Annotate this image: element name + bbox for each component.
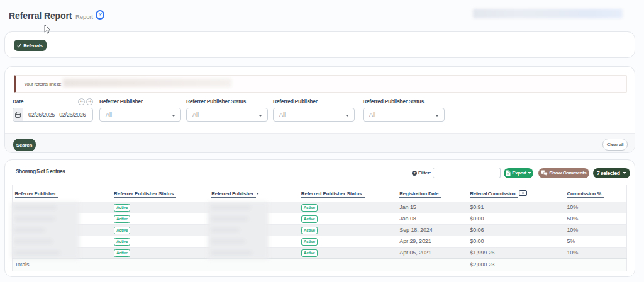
totals-empty-cell xyxy=(209,258,299,271)
date-nav-arrows: ← → xyxy=(78,98,93,105)
column-header-label[interactable]: Referred Publisher Status xyxy=(301,191,365,198)
referrer-publisher-status-select-value: All xyxy=(192,111,199,118)
clear-all-button[interactable]: Clear all xyxy=(602,139,628,151)
page-subtitle: Report xyxy=(75,13,93,20)
referred-publisher-status-select-value: All xyxy=(369,111,375,118)
referral-commission-cell: $0.91 xyxy=(467,202,564,213)
column-header-referrer-publisher-status[interactable]: Referrer Publisher Status xyxy=(111,185,209,202)
column-header-referral-commission[interactable]: Referral Commission xyxy=(467,185,564,202)
referral-commission-cell: $0.00 xyxy=(467,236,564,247)
referred-publisher-status-filter-label: Referred Publisher Status xyxy=(363,98,445,106)
filter-label: Filter: xyxy=(418,170,431,176)
referrals-table: Referrer PublisherReferrer Publisher Sta… xyxy=(12,185,628,271)
table-row: ActiveActiveJan 08$0.0050% xyxy=(12,213,627,224)
referrals-tab-label: Referrals xyxy=(23,43,43,48)
chevron-down-icon xyxy=(258,115,262,117)
column-header-registration-date[interactable]: Registration Date xyxy=(397,185,467,202)
referrals-tab-button[interactable]: Referrals xyxy=(14,40,47,51)
status-badge: Active xyxy=(114,227,130,234)
help-icon[interactable]: ? xyxy=(96,10,104,19)
referrer-publisher-select[interactable]: All xyxy=(99,108,181,122)
column-header-row: Referrer PublisherReferrer Publisher Sta… xyxy=(12,185,627,202)
date-range-value: 02/26/2025 - 02/26/2026 xyxy=(28,111,86,118)
prev-date-range-button[interactable]: ← xyxy=(78,98,85,105)
registration-date-cell: Jan 15 xyxy=(397,202,467,213)
filter-help-icon[interactable]: ? xyxy=(412,171,417,176)
comments-icon xyxy=(541,170,548,176)
redacted-text-streak xyxy=(211,251,252,254)
status-badge: Active xyxy=(301,204,318,212)
registration-date-cell: Apr 29, 2021 xyxy=(397,236,467,247)
table-filter-input[interactable] xyxy=(433,168,501,178)
tabs-card: Referrals xyxy=(4,31,635,58)
redacted-text-streak xyxy=(14,217,55,220)
status-badge: Active xyxy=(114,249,130,257)
referrer-publisher-status-cell: Active xyxy=(111,247,209,258)
redacted-referred-publisher-column xyxy=(208,202,269,259)
commission-pct-cell: 10% xyxy=(564,224,626,236)
status-badge: Active xyxy=(114,204,130,212)
column-header-label[interactable]: Referral Commission xyxy=(470,191,518,198)
date-range-input[interactable]: 02/26/2025 - 02/26/2026 xyxy=(13,108,93,122)
status-badge: Active xyxy=(114,215,130,223)
filters-card: Your referral link is: Date ← → xyxy=(4,66,635,153)
referred-publisher-status-cell: Active xyxy=(299,224,397,236)
column-header-label[interactable]: Referrer Publisher Status xyxy=(114,191,176,198)
column-header-referred-publisher[interactable]: Referred Publisher xyxy=(209,185,299,202)
referrer-publisher-select-value: All xyxy=(106,111,112,118)
totals-empty-cell xyxy=(564,258,626,271)
column-header-label[interactable]: Registration Date xyxy=(399,191,441,198)
columns-selected-button[interactable]: 7 selected xyxy=(593,168,630,178)
referrer-publisher-status-filter: Referrer Publisher Status All xyxy=(186,98,268,122)
entries-summary: Showing 5 of 5 entries xyxy=(16,168,65,174)
sort-descending-icon xyxy=(257,193,259,195)
redacted-text-streak xyxy=(14,251,60,254)
search-button[interactable]: Search xyxy=(13,139,36,151)
calendar-icon[interactable] xyxy=(13,108,23,121)
money-icon xyxy=(519,190,527,196)
referred-publisher-select[interactable]: All xyxy=(273,108,355,122)
commission-pct-cell: 50% xyxy=(564,213,626,224)
referral-report-page: Referral Report Report ? Referrals Your … xyxy=(0,0,644,282)
column-header-referrer-publisher[interactable]: Referrer Publisher xyxy=(12,185,111,202)
show-comments-button[interactable]: Show Comments xyxy=(538,168,589,178)
referred-publisher-status-cell: Active xyxy=(299,202,397,213)
column-header-commission-[interactable]: Commission % xyxy=(564,185,626,202)
totals-row: Totals$2,000.23 xyxy=(12,258,627,271)
export-button[interactable]: Export xyxy=(504,168,533,178)
referrer-publisher-filter: Referrer Publisher All xyxy=(99,98,181,122)
column-header-referred-publisher-status[interactable]: Referred Publisher Status xyxy=(299,185,397,202)
status-badge: Active xyxy=(301,249,318,257)
next-date-range-button[interactable]: → xyxy=(86,98,93,105)
table-header: Referrer PublisherReferrer Publisher Sta… xyxy=(12,185,627,202)
totals-empty-cell xyxy=(397,258,467,271)
mouse-cursor xyxy=(44,24,52,35)
commission-pct-cell: 10% xyxy=(564,247,626,258)
status-badge: Active xyxy=(301,215,318,223)
commission-pct-cell: 5% xyxy=(564,236,626,247)
check-icon xyxy=(17,43,21,48)
filters-footer: Search Clear all xyxy=(5,133,635,152)
column-header-label[interactable]: Referred Publisher xyxy=(211,191,256,198)
referrer-publisher-filter-label: Referrer Publisher xyxy=(99,98,181,106)
column-header-label[interactable]: Commission % xyxy=(567,191,603,198)
referrer-publisher-status-cell: Active xyxy=(111,224,209,236)
table-row: ActiveActiveSep 18, 2024$0.0610% xyxy=(12,224,627,236)
referral-commission-cell: $0.06 xyxy=(467,224,564,236)
chevron-down-icon xyxy=(345,115,349,117)
totals-label: Totals xyxy=(12,258,111,271)
page-header: Referral Report Report ? xyxy=(0,0,252,23)
registration-date-cell: Apr 05, 2021 xyxy=(397,247,467,258)
table-row: ActiveActiveApr 29, 2021$0.005% xyxy=(12,236,627,247)
columns-selected-label: 7 selected xyxy=(597,170,620,176)
referred-publisher-status-select[interactable]: All xyxy=(363,108,445,122)
chevron-down-icon xyxy=(623,172,626,174)
referred-publisher-status-filter: Referred Publisher Status All xyxy=(363,98,445,122)
referrer-publisher-status-select[interactable]: All xyxy=(186,108,268,122)
redacted-text-streak xyxy=(211,217,248,220)
referred-publisher-filter: Referred Publisher All xyxy=(273,98,355,122)
report-table-card: Showing 5 of 5 entries ? Filter: Export xyxy=(4,159,635,277)
column-header-label[interactable]: Referrer Publisher xyxy=(15,191,58,198)
totals-commission: $2,000.23 xyxy=(467,258,564,271)
referred-publisher-status-cell: Active xyxy=(299,247,397,258)
